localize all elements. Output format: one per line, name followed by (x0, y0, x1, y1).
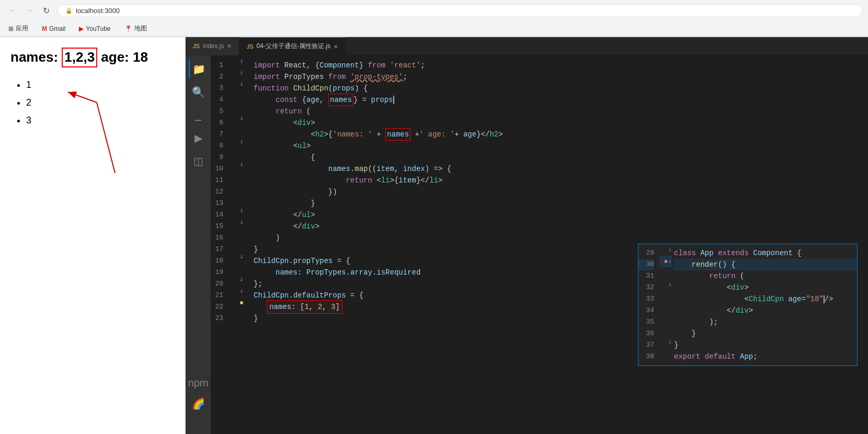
search-icon[interactable]: 🔍 (189, 83, 208, 101)
bookmark-apps[interactable]: ⊞ 应用 (5, 23, 31, 34)
bookmark-apps-label: 应用 (16, 24, 28, 33)
gutter-5 (237, 101, 252, 113)
pg-35 (659, 313, 672, 325)
reload-button[interactable]: ↻ (39, 3, 53, 18)
line-numbers: 1 2 3 4 5 6 7 8 9 10 11 12 13 14 (211, 55, 237, 328)
pln-37: 37 (638, 339, 654, 351)
heading-age-label: age: 18 (97, 49, 148, 65)
ln-20: 20 (211, 278, 229, 290)
popup-line-38: export default App; (674, 351, 857, 362)
gutter-18: ⇓ (237, 251, 252, 262)
npm-icon[interactable]: npm (189, 373, 208, 392)
gutter-16 (237, 228, 252, 239)
ln-8: 8 (211, 140, 229, 152)
code-line-7: <h2>{'names: ' + names +' age: '+ age}</… (254, 129, 868, 140)
code-line-2: import PropTypes from 'prop-types'; (254, 71, 868, 83)
tab-04-close[interactable]: × (334, 43, 338, 50)
browser-chrome: ← → ↻ 🔒 localhost:3000 ⊞ 应用 M Gmail ▶ Yo… (0, 0, 868, 37)
gutter-2: ⇓ (237, 67, 252, 78)
forward-button[interactable]: → (22, 3, 37, 18)
git-icon[interactable]: ⎯ (189, 106, 208, 124)
popup-line-37: } (674, 339, 857, 351)
gutter-6: ⇓ (237, 113, 252, 124)
ln-10: 10 (211, 163, 229, 175)
heading-names-label: names: (10, 49, 62, 65)
code-line-1: import React, {Component} from 'react'; (254, 60, 868, 71)
code-line-13: } (254, 198, 868, 209)
editor-area: JS index.js × JS 04-父传子通信-属性验证.js × 📁 🔍 … (186, 37, 868, 434)
list-item-1: 1 (26, 76, 175, 94)
bookmark-youtube[interactable]: ▶ YouTube (76, 24, 113, 33)
gutter-20: ⇓ (237, 274, 252, 285)
ln-12: 12 (211, 186, 229, 198)
ln-4: 4 (211, 94, 229, 106)
address-bar[interactable]: 🔒 localhost:3000 (58, 4, 863, 17)
pln-30: 30 (638, 259, 654, 270)
popup-line-29: class App extends Component { (674, 247, 857, 259)
popup-line-35: ); (674, 316, 857, 328)
code-line-12: }) (254, 186, 868, 198)
ln-9: 9 (211, 152, 229, 163)
gutter-8: ⇓ (237, 136, 252, 147)
code-line-6: <div> (254, 117, 868, 129)
gutter-4 (237, 90, 252, 101)
gutter-10: ⇓ (237, 159, 252, 170)
gmail-icon: M (42, 25, 47, 32)
ln-5: 5 (211, 106, 229, 117)
popup-line-32: <div> (674, 282, 857, 293)
back-button[interactable]: ← (5, 3, 20, 18)
extensions-icon[interactable]: ◫ (189, 152, 208, 170)
code-line-9: { (254, 152, 868, 163)
heading-names-value: 1,2,3 (62, 48, 97, 67)
url-text: localhost:3000 (76, 7, 120, 15)
gutter-12 (237, 182, 252, 193)
bookmark-maps-label: 地图 (134, 24, 147, 33)
ln-21: 21 (211, 290, 229, 301)
bookmark-gmail[interactable]: M Gmail (39, 24, 68, 33)
pln-35: 35 (638, 316, 654, 328)
nav-buttons: ← → ↻ (5, 3, 53, 18)
list-item-2: 2 (26, 94, 175, 111)
code-line-3: function ChildCpn(props) { (254, 83, 868, 94)
ln-16: 16 (211, 232, 229, 244)
gutter-15: ⇓ (237, 216, 252, 228)
popup-lines: 29 30 31 32 33 34 35 36 37 38 ⇓ ●⇓ (638, 244, 857, 366)
code-line-4: const {age, names} = props (254, 94, 868, 106)
tab-04-icon: JS (247, 43, 254, 50)
gutter-9 (237, 147, 252, 159)
preview-list: 1 2 3 (10, 76, 175, 130)
code-line-14: </ul> (254, 209, 868, 221)
code-line-15: </div> (254, 221, 868, 232)
popup-line-33: <ChildCpn age="18"/> (674, 293, 857, 305)
ln-19: 19 (211, 267, 229, 278)
pg-38 (659, 348, 672, 359)
apps-icon: ⊞ (8, 25, 14, 32)
debug-icon[interactable]: ▶ (189, 129, 208, 147)
tab-index-close[interactable]: × (227, 42, 232, 50)
gutter-3: ⇓ (237, 78, 252, 90)
tab-04-js[interactable]: JS 04-父传子通信-属性验证.js × (239, 37, 346, 55)
pg-29: ⇓ (659, 244, 672, 256)
pg-36 (659, 325, 672, 336)
bookmark-maps[interactable]: 📍 地图 (121, 23, 150, 34)
pg-37: ⇓ (659, 336, 672, 348)
ln-3: 3 (211, 83, 229, 94)
explorer-icon[interactable]: 📁 (189, 60, 208, 78)
picture-icon[interactable]: 🌈 (189, 394, 208, 413)
ln-11: 11 (211, 175, 229, 186)
editor-body: 📁 🔍 ⎯ ▶ ◫ 1: Project 2: Favorites npm 🌈 … (186, 55, 868, 434)
pg-33 (659, 290, 672, 302)
ln-1: 1 (211, 60, 229, 71)
popup-line-34: </div> (674, 305, 857, 316)
tab-index-js[interactable]: JS index.js × (186, 37, 239, 55)
ln-15: 15 (211, 221, 229, 232)
pln-38: 38 (638, 351, 654, 362)
pln-36: 36 (638, 328, 654, 339)
pln-34: 34 (638, 305, 654, 316)
ln-2: 2 (211, 71, 229, 83)
pln-33: 33 (638, 293, 654, 305)
gutter-17 (237, 239, 252, 251)
tab-04-label: 04-父传子通信-属性验证.js (257, 42, 330, 51)
browser-titlebar: ← → ↻ 🔒 localhost:3000 (0, 0, 868, 21)
popup-line-31: return ( (674, 270, 857, 282)
